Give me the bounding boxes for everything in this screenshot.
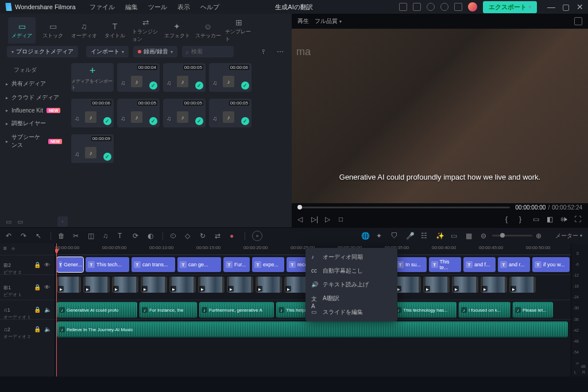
music-icon[interactable]: ♫ <box>103 232 111 240</box>
video-clip[interactable]: ▶ <box>452 277 478 293</box>
mark-out-icon[interactable]: } <box>519 215 527 223</box>
eye-icon[interactable]: 👁 <box>44 284 51 291</box>
timer-icon[interactable]: ⏲ <box>170 232 178 240</box>
meter-dropdown[interactable]: メーター▾ <box>555 232 582 240</box>
ratio-icon[interactable]: ▭ <box>451 232 459 240</box>
track-head-video1[interactable]: ⊞1ビデオ 1 🔒👁 <box>0 274 55 300</box>
effect-icon[interactable]: ✦ <box>376 232 384 240</box>
minimize-button[interactable]: — <box>547 2 555 11</box>
audio-clip[interactable]: ♪This technology has... <box>393 302 457 318</box>
zoom-out-icon[interactable]: ⊖ <box>481 232 489 240</box>
title-clip[interactable]: Tcan ge... <box>177 257 221 272</box>
title-clip[interactable]: Tand f... <box>463 257 496 272</box>
zoom-slider[interactable] <box>492 235 532 236</box>
tab-オーディオ[interactable]: ♫オーディオ <box>70 17 98 44</box>
lock-icon[interactable]: 🔒 <box>34 262 41 269</box>
tab-エフェクト[interactable]: ✦エフェクト <box>163 17 191 44</box>
play-reverse-icon[interactable]: ▷| <box>311 215 319 223</box>
video-clip[interactable]: ▶ <box>169 277 196 293</box>
collapse-sidebar-button[interactable]: ‹ <box>57 216 68 227</box>
media-clip[interactable]: 00:00:05♫♪✓ <box>209 99 252 127</box>
keyframe-icon[interactable]: ◇ <box>185 232 193 240</box>
new-folder-icon[interactable]: ▭ <box>6 218 11 226</box>
ctx-テキスト読み上げ[interactable]: 🔊テキスト読み上げ <box>305 278 397 292</box>
clip-icon[interactable]: ↻ <box>200 232 208 240</box>
headset-icon[interactable] <box>440 3 448 11</box>
quality-dropdown[interactable]: フル品質 ▾ <box>315 17 342 25</box>
video-clip[interactable]: ▶ <box>112 277 138 293</box>
compare-icon[interactable]: ◧ <box>547 215 555 223</box>
import-dropdown[interactable]: インポート▾ <box>86 46 129 57</box>
audio-clip[interactable]: ♪Furthermore, generative A <box>199 302 274 318</box>
redo-icon[interactable]: ↷ <box>21 232 29 240</box>
snapshot-icon[interactable] <box>574 17 582 25</box>
audio-clip[interactable]: ♪I focused on k... <box>459 302 510 318</box>
tab-ストック[interactable]: ▭ストック <box>39 17 67 44</box>
menu-表示[interactable]: 表示 <box>177 3 190 11</box>
filter-icon[interactable]: ⫯ <box>262 48 270 56</box>
folder-item[interactable]: フォルダ <box>0 63 68 77</box>
menu-ヘルプ[interactable]: ヘルプ <box>200 3 219 11</box>
video-clip[interactable]: ▶ <box>481 277 507 293</box>
prev-frame-icon[interactable]: ◁ <box>297 215 305 223</box>
title-clip[interactable]: Texpe... <box>252 257 284 272</box>
video-clip[interactable]: ▶ <box>57 277 81 293</box>
menu-ファイル[interactable]: ファイル <box>90 3 115 11</box>
cloud-icon[interactable] <box>427 3 435 11</box>
save-icon[interactable] <box>413 3 421 11</box>
sidebar-Influence Kit[interactable]: ▸Influence KitNEW <box>0 104 68 117</box>
shield-icon[interactable]: ⛉ <box>391 232 399 240</box>
lock-icon[interactable]: 🔒 <box>34 284 41 291</box>
track-audio2[interactable]: ♪Relieve In The Journey-AI Music <box>55 319 588 339</box>
crop-icon[interactable]: ◫ <box>88 232 96 240</box>
video-clip[interactable]: ▶ <box>141 277 167 293</box>
adjust-icon[interactable]: ⇄ <box>215 232 223 240</box>
video-clip[interactable]: ▶ <box>198 277 225 293</box>
link-icon[interactable]: ⟐ <box>11 245 15 251</box>
media-clip[interactable]: 00:00:06♫♪✓ <box>209 63 252 92</box>
sidebar-サブシーケンス[interactable]: ▸サブシーケンスNEW <box>0 130 68 152</box>
title-clip[interactable]: Tif you w... <box>532 257 570 272</box>
media-clip[interactable]: 00:00:06♫♪✓ <box>71 99 114 127</box>
mic-icon[interactable]: 🎤 <box>406 232 414 240</box>
media-clip[interactable]: 00:00:05♫♪✓ <box>163 99 206 127</box>
sidebar-調整レイヤー[interactable]: ▸調整レイヤー <box>0 117 68 130</box>
playhead[interactable] <box>56 243 57 377</box>
text-icon[interactable]: T <box>118 232 126 240</box>
lock-icon[interactable]: 🔒 <box>34 306 41 313</box>
marker-icon[interactable]: ● <box>230 232 238 240</box>
cut-icon[interactable]: ✂ <box>73 232 81 240</box>
export-button[interactable]: エクスポート▾ <box>483 1 537 13</box>
new-bin-icon[interactable]: ▭ <box>17 218 23 226</box>
mark-in-icon[interactable]: { <box>505 215 513 223</box>
audio-clip[interactable]: ♪Please let... <box>513 302 553 318</box>
record-dropdown[interactable]: 録画/録音▾ <box>133 46 177 57</box>
video-clip[interactable]: ▶ <box>394 277 421 293</box>
title-clip[interactable]: Tcan trans... <box>131 257 175 272</box>
media-clip[interactable]: 00:00:05♫♪✓ <box>163 63 206 92</box>
render-icon[interactable]: ▦ <box>466 232 474 240</box>
preview-video[interactable]: ma Generative AI could profoundly impact… <box>292 29 588 203</box>
tab-タイトル[interactable]: Tタイトル <box>101 17 129 44</box>
ai-globe-icon[interactable]: 🌐 <box>361 232 369 240</box>
search-input[interactable]: ⌕ 検索 <box>182 46 234 57</box>
pointer-icon[interactable]: ↖ <box>36 232 44 240</box>
speed-icon[interactable]: ⟳ <box>133 232 141 240</box>
title-clip[interactable]: TFur... <box>223 257 250 272</box>
video-clip[interactable]: ▶ <box>509 277 536 293</box>
media-clip[interactable]: 00:00:09♫♪✓ <box>71 134 114 163</box>
media-clip[interactable]: 00:00:04♫♪✓ <box>117 63 160 92</box>
title-clip[interactable]: TThis te... <box>429 257 461 272</box>
play-mode-dropdown[interactable]: 再生 <box>297 17 309 25</box>
color-icon[interactable]: ◐ <box>148 232 156 240</box>
undo-icon[interactable]: ↶ <box>6 232 14 240</box>
mute-icon[interactable]: 🔈 <box>44 326 51 333</box>
device-icon[interactable] <box>399 3 407 11</box>
audio-clip[interactable]: ♪Relieve In The Journey-AI Music <box>57 321 568 337</box>
sidebar-クラウド メディア[interactable]: ▸クラウド メディア <box>0 91 68 104</box>
video-clip[interactable]: ▶ <box>256 277 282 293</box>
title-clip[interactable]: Tand r... <box>498 257 530 272</box>
ctx-AI翻訳[interactable]: 文AAI翻訳 <box>305 292 397 305</box>
video-clip[interactable]: ▶ <box>423 277 450 293</box>
track-options-icon[interactable]: ≡ <box>3 245 7 251</box>
